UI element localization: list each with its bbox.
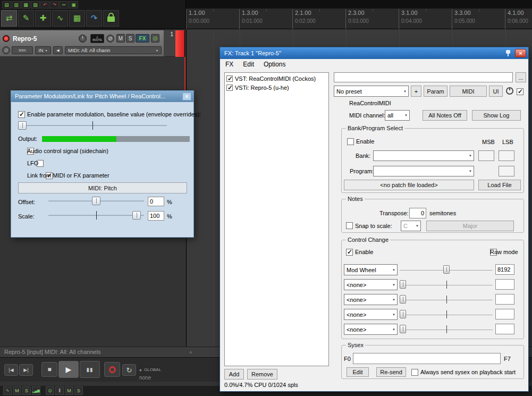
key-selector[interactable]: C: [401, 221, 421, 231]
show-log-button[interactable]: Show Log: [472, 110, 521, 121]
envelope-icon[interactable]: ∿: [3, 386, 12, 395]
io-routing-button[interactable]: MIDI: [450, 86, 487, 97]
smooth-curve-icon[interactable]: ↷: [86, 10, 102, 27]
cc-selector[interactable]: <none>: [344, 309, 398, 320]
pin-icon[interactable]: [505, 50, 511, 56]
scale-value-field[interactable]: 100: [148, 211, 164, 221]
pencil-draw-icon[interactable]: ✎: [18, 10, 34, 27]
midi-input-selector[interactable]: MIDI: All: All chann▼: [65, 46, 162, 54]
trim-fader[interactable]: trim: [12, 46, 33, 54]
volume-knob[interactable]: [79, 35, 87, 43]
cc-selector[interactable]: <none>: [344, 294, 398, 305]
new-project-icon[interactable]: ▤: [2, 1, 11, 9]
cc-value-field[interactable]: 8192: [495, 264, 514, 275]
transpose-field[interactable]: 0: [409, 208, 426, 218]
docker-arrow-icon[interactable]: «: [189, 347, 192, 357]
fx-button[interactable]: FX: [136, 34, 149, 43]
redo-icon[interactable]: ↷: [50, 1, 59, 9]
bank-lsb-field[interactable]: [499, 150, 514, 161]
midi-pitch-button[interactable]: MIDI: Pitch: [18, 182, 187, 193]
repeat-button[interactable]: ↻: [122, 364, 136, 376]
scale-name-button[interactable]: Major: [426, 221, 514, 231]
preset-selector[interactable]: No preset: [334, 86, 409, 97]
save-preset-button[interactable]: +: [411, 86, 421, 97]
cc-value-field[interactable]: [495, 309, 514, 319]
program-field[interactable]: [499, 166, 514, 176]
menu-edit[interactable]: Edit: [239, 59, 258, 70]
power-icon[interactable]: ⊙: [46, 386, 54, 395]
record-button[interactable]: [104, 362, 120, 377]
more-button[interactable]: ...: [516, 72, 526, 82]
menu-fx[interactable]: FX: [221, 59, 238, 70]
open-project-icon[interactable]: ▥: [12, 1, 21, 9]
envelope-mode-icon[interactable]: ⇄: [1, 10, 17, 27]
cc-slider[interactable]: [400, 294, 493, 305]
monitor-speaker-icon[interactable]: ◀: [53, 46, 63, 54]
slider-handle[interactable]: [400, 310, 406, 318]
solo-button[interactable]: S: [126, 34, 134, 43]
baseline-slider[interactable]: [18, 121, 167, 130]
patch-file-button[interactable]: <no patch file loaded>: [344, 180, 474, 190]
sysex-field[interactable]: [353, 353, 501, 364]
cc-slider[interactable]: [400, 280, 493, 290]
bank-msb-field[interactable]: [478, 150, 494, 161]
fx-power-icon[interactable]: ⊙: [151, 34, 159, 43]
fx-chain-item[interactable]: VSTi: Repro-5 (u-he): [225, 83, 328, 92]
enable-modulation-checkbox[interactable]: [18, 111, 25, 118]
add-fx-button[interactable]: Add: [224, 369, 244, 380]
play-button[interactable]: ▶: [58, 361, 79, 378]
go-end-button[interactable]: ▶|: [19, 364, 33, 376]
go-start-button[interactable]: |◀: [4, 364, 18, 376]
program-selector[interactable]: [373, 166, 474, 176]
window-title[interactable]: FX: Track 1 "Repro-5": [220, 47, 528, 59]
project-settings-icon[interactable]: ▨: [31, 1, 40, 9]
remove-fx-button[interactable]: Remove: [247, 369, 277, 380]
io-pipe-icon[interactable]: ‖: [55, 386, 64, 395]
hand-scroll-icon[interactable]: ✚: [35, 10, 51, 27]
cc-slider[interactable]: [400, 309, 493, 319]
solo-button[interactable]: S: [74, 386, 83, 395]
fx-active-checkbox[interactable]: [517, 88, 523, 95]
cc-value-field[interactable]: [495, 279, 514, 290]
fx-chain-list[interactable]: VST: ReaControlMIDI (Cockos) VSTi: Repro…: [224, 72, 329, 366]
close-icon[interactable]: ×: [515, 49, 526, 57]
fx-chain-item[interactable]: VST: ReaControlMIDI (Cockos): [225, 74, 328, 83]
bank-selector[interactable]: [373, 150, 474, 161]
dialog-title[interactable]: Parameter Modulation/Link for Pitch Whee…: [11, 91, 193, 102]
fx-enabled-checkbox[interactable]: [226, 85, 233, 91]
solo-button[interactable]: S: [22, 386, 31, 395]
edit-cursor-wave-icon[interactable]: ∿: [52, 10, 68, 27]
param-button[interactable]: Param: [424, 86, 447, 97]
offset-value-field[interactable]: 0: [148, 197, 164, 206]
slider-handle[interactable]: [92, 197, 100, 205]
bank-enable-checkbox[interactable]: [347, 138, 354, 145]
cc-selector[interactable]: <none>: [344, 324, 398, 335]
cc-value-field[interactable]: [495, 294, 514, 305]
menu-options[interactable]: Options: [259, 59, 290, 70]
ui-button[interactable]: UI: [489, 86, 503, 97]
cc-selector[interactable]: <none>: [344, 279, 398, 290]
input-button[interactable]: IN▼: [35, 46, 51, 54]
save-project-icon[interactable]: ▦: [21, 1, 30, 9]
load-file-button[interactable]: Load File: [478, 180, 521, 190]
slider-handle[interactable]: [18, 121, 27, 130]
slider-handle[interactable]: [132, 211, 141, 220]
timeline-ruler[interactable]: 1.1.000:00.000 1.3.000:01.000 2.1.000:02…: [186, 9, 532, 29]
undo-icon[interactable]: ↶: [40, 1, 49, 9]
fx-comment-field[interactable]: [334, 72, 513, 82]
always-send-checkbox[interactable]: [411, 369, 418, 376]
mute-button[interactable]: M: [116, 34, 125, 43]
global-automation[interactable]: ◆ GLOBAL none: [139, 364, 161, 381]
pause-button[interactable]: ▮▮: [80, 361, 100, 378]
cc-value-field[interactable]: [495, 324, 514, 334]
slider-handle[interactable]: [400, 295, 406, 304]
midi-channel-selector[interactable]: all: [385, 110, 410, 121]
route-button[interactable]: ⠿ ROUTE: [90, 34, 104, 43]
stop-button[interactable]: ■: [41, 362, 57, 377]
mute-button[interactable]: M: [13, 386, 21, 395]
slider-handle[interactable]: [400, 280, 406, 289]
all-notes-off-button[interactable]: All Notes Off: [423, 110, 467, 121]
cc-selector[interactable]: Mod Wheel: [344, 264, 398, 275]
slider-handle[interactable]: [443, 265, 450, 274]
fx-enabled-checkbox[interactable]: [226, 75, 233, 82]
